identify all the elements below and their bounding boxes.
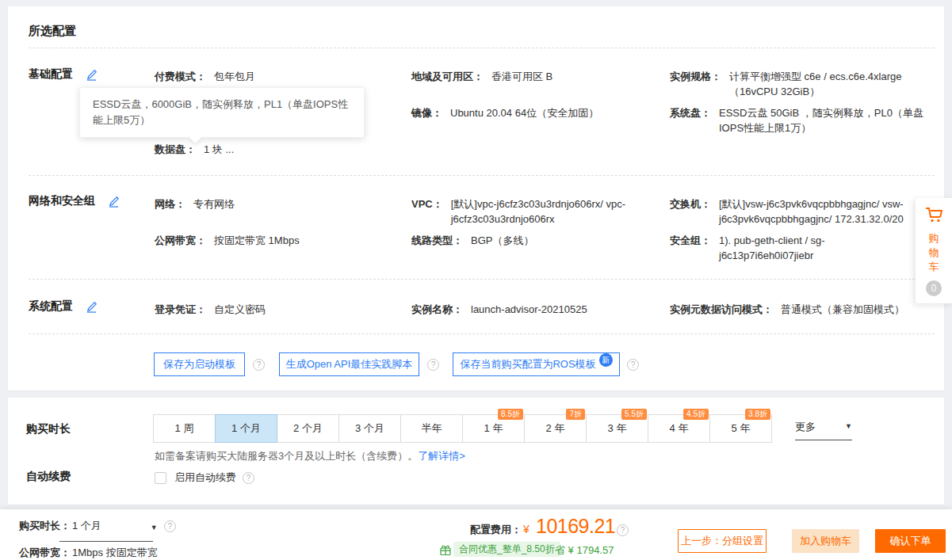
edit-system-icon[interactable] <box>86 301 97 313</box>
field-label: 系统盘： <box>670 105 711 120</box>
instance-name-field: 实例名称： launch-advisor-20210525 <box>411 302 670 317</box>
field-label: 实例规格： <box>670 69 721 84</box>
duration-option-2month[interactable]: 2 个月 <box>277 414 339 443</box>
field-value: launch-advisor-20210525 <box>471 302 587 317</box>
purchase-duration-card: 购买时长 1 周 1 个月 2 个月 3 个月 半年 8.5折1 年 7折2 年… <box>8 398 944 505</box>
field-value: Ubuntu 20.04 64位（安全加固） <box>450 105 598 120</box>
field-label: 实例名称： <box>411 302 463 317</box>
field-label: 数据盘： <box>155 142 196 157</box>
field-value: 1). pub-geth-client / sg-j6c13p7i6eh0i07… <box>719 233 908 263</box>
beian-note-text: 如需备案请购买大陆服务器3个月及以上时长（含续费）。 <box>155 450 418 462</box>
cart-icon <box>923 204 944 228</box>
cart-label: 购物车 <box>928 231 939 274</box>
duration-more-dropdown[interactable]: 更多 ▼ <box>795 420 852 440</box>
region-field: 地域及可用区： 香港可用区 B <box>411 69 670 84</box>
field-value: 1 块 ... <box>204 142 234 157</box>
duration-option-label: 1 个月 <box>231 421 261 436</box>
duration-selector: 1 周 1 个月 2 个月 3 个月 半年 8.5折1 年 7折2 年 5.5折… <box>153 414 772 443</box>
autorenew-section-label: 自动续费 <box>26 470 71 484</box>
field-label: 登录凭证： <box>155 302 206 317</box>
duration-option-halfyear[interactable]: 半年 <box>400 414 463 443</box>
save-ros-template-button[interactable]: 保存当前购买配置为ROS模板 新 <box>453 352 620 376</box>
field-value: [默认]vsw-j6c3pvk6vqcpbbhgagjnc/ vsw-j6c3p… <box>719 196 935 227</box>
duration-section-label: 购买时长 <box>26 422 71 436</box>
help-icon[interactable]: ? <box>243 472 254 484</box>
save-launch-template-button[interactable]: 保存为启动模板 <box>154 352 245 376</box>
field-value: ESSD云盘 50GiB ，随实例释放，PL0（单盘IOPS性能上限1万） <box>719 105 935 135</box>
help-icon[interactable]: ? <box>627 359 639 371</box>
savings-amount: 省 ¥ 1794.57 <box>555 543 614 558</box>
generate-api-script-button[interactable]: 生成Open API最佳实践脚本 <box>279 352 419 376</box>
duration-option-3month[interactable]: 3 个月 <box>338 414 401 443</box>
field-value: 计算平衡增强型 c6e / ecs.c6e.4xlarge（16vCPU 32G… <box>729 69 935 99</box>
section-network-label: 网络和安全组 <box>29 194 95 208</box>
footer-bandwidth-label: 公网带宽： <box>19 546 71 560</box>
generate-api-script-label: 生成Open API最佳实践脚本 <box>286 357 413 371</box>
network-type-field: 网络： 专有网络 <box>155 196 235 211</box>
duration-option-label: 半年 <box>422 421 442 436</box>
footer-duration-value: 1 个月 <box>72 519 101 533</box>
fee-amount: 10169.21 <box>536 516 615 536</box>
footer-bandwidth-value: 1Mbps 按固定带宽 <box>72 546 158 560</box>
help-icon[interactable]: ? <box>164 520 176 532</box>
selected-config-card: 所选配置 基础配置 付费模式： 包年包月 地域及可用区： 香港可用区 B 实例规… <box>8 6 944 390</box>
section-system-label: 系统配置 <box>29 299 73 314</box>
field-label: VPC： <box>411 196 443 211</box>
tooltip-text: ESSD云盘，6000GiB，随实例释放，PL1（单盘IOPS性能上限5万） <box>93 98 348 126</box>
checkout-footer-bar: 购买时长： 1 个月 ▼ ? 公网带宽： 1Mbps 按固定带宽 配置费用： ¥… <box>0 509 952 560</box>
field-value: 包年包月 <box>214 69 255 84</box>
save-launch-template-label: 保存为启动模板 <box>163 357 235 371</box>
duration-option-1week[interactable]: 1 周 <box>153 414 216 443</box>
help-icon[interactable]: ? <box>427 359 439 371</box>
field-label: 网络： <box>155 196 185 211</box>
duration-option-3year[interactable]: 5.5折3 年 <box>586 414 648 443</box>
field-value: BGP（多线） <box>471 233 533 248</box>
fee-label: 配置费用： <box>470 523 522 537</box>
edit-basic-icon[interactable] <box>86 69 97 81</box>
footer-duration-dropdown[interactable]: 购买时长： 1 个月 ▼ ? <box>19 519 176 533</box>
field-label: 镜像： <box>411 105 442 120</box>
duration-option-label: 1 周 <box>175 421 194 436</box>
section-basic-label: 基础配置 <box>29 67 73 82</box>
field-value: 专有网络 <box>193 196 235 211</box>
field-label: 地域及可用区： <box>411 69 484 84</box>
duration-option-4year[interactable]: 4.5折4 年 <box>648 414 710 443</box>
divider <box>29 333 935 334</box>
field-value: [默认]vpc-j6cfz3c03u3rdnjo606rx/ vpc-j6cfz… <box>451 196 670 227</box>
duration-option-1year[interactable]: 8.5折1 年 <box>462 414 525 443</box>
field-label: 线路类型： <box>411 233 463 248</box>
cart-float-panel[interactable]: 购物车 0 <box>916 198 952 303</box>
previous-step-button[interactable]: 上一步：分组设置 <box>678 529 767 553</box>
section-network: 网络和安全组 <box>29 194 120 208</box>
footer-duration-label: 购买时长： <box>19 519 71 533</box>
footer-bandwidth: 公网带宽： 1Mbps 按固定带宽 <box>19 546 158 560</box>
help-icon[interactable]: ? <box>253 359 265 371</box>
autorenew-checkbox-label: 启用自动续费 <box>174 470 236 485</box>
help-icon[interactable]: ? <box>617 524 629 536</box>
duration-option-label: 3 年 <box>608 421 627 436</box>
edit-network-icon[interactable] <box>108 196 120 208</box>
login-credential-field: 登录凭证： 自定义密码 <box>155 302 266 317</box>
field-value: 普通模式（兼容加固模式） <box>781 302 904 317</box>
system-disk-field: 系统盘： ESSD云盘 50GiB ，随实例释放，PL0（单盘IOPS性能上限1… <box>670 105 935 135</box>
field-label: 公网带宽： <box>155 233 206 248</box>
new-badge: 新 <box>599 353 613 367</box>
discount-badge: 5.5折 <box>621 409 647 420</box>
duration-option-1month-selected[interactable]: 1 个月 <box>215 414 277 443</box>
image-field: 镜像： Ubuntu 20.04 64位（安全加固） <box>411 105 670 120</box>
field-label: 交换机： <box>670 196 711 211</box>
field-value: 香港可用区 B <box>491 69 552 84</box>
field-label: 安全组： <box>670 233 711 248</box>
duration-option-2year[interactable]: 7折2 年 <box>524 414 587 443</box>
learn-more-link[interactable]: 了解详情> <box>418 450 465 462</box>
confirm-order-button[interactable]: 确认下单 <box>875 529 946 553</box>
duration-option-label: 2 个月 <box>293 421 323 436</box>
duration-option-label: 5 年 <box>732 421 751 436</box>
duration-option-5year[interactable]: 3.8折5 年 <box>709 414 772 443</box>
discount-badge: 4.5折 <box>683 409 709 420</box>
autorenew-checkbox[interactable] <box>155 472 166 484</box>
page-title: 所选配置 <box>29 24 76 39</box>
discount-badge: 3.8折 <box>745 409 770 420</box>
add-to-cart-button[interactable]: 加入购物车 <box>792 529 859 553</box>
vpc-field: VPC： [默认]vpc-j6cfz3c03u3rdnjo606rx/ vpc-… <box>411 196 670 227</box>
